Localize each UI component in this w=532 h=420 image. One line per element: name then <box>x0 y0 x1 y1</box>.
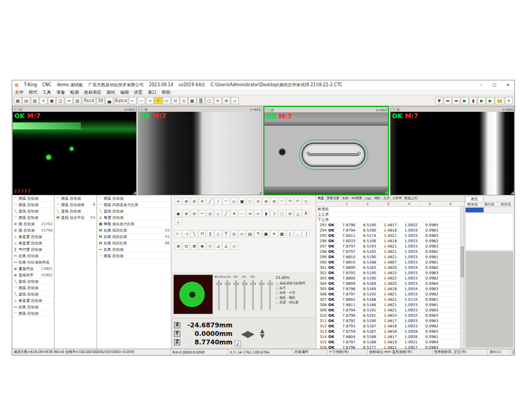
tool-icon[interactable]: ↶ <box>294 197 302 205</box>
table-row[interactable]: 306OK7.87978.51921.48211.09330.0982 <box>317 292 464 297</box>
table-row[interactable]: 310OK7.87968.51911.48241.09320.0983 <box>317 313 464 318</box>
light-option[interactable]: ○亮度 · 对比度 <box>276 300 314 305</box>
tool-icon[interactable]: ⌞ <box>294 230 302 237</box>
list-item[interactable]: ╲直线自动测 <box>97 208 171 215</box>
camera-pin-icon[interactable]: ▪ <box>396 108 400 111</box>
tool-icon[interactable]: ○ <box>246 197 254 205</box>
menu-item[interactable]: 检测 <box>68 89 81 95</box>
list-item[interactable]: ⊥垂直度自动测 <box>12 234 54 240</box>
tool-icon[interactable]: ╱ <box>206 197 214 205</box>
list-item[interactable]: ⊕圆自动测15702 <box>12 221 54 227</box>
tool-icon[interactable]: ⊖ <box>190 210 198 217</box>
tool-icon[interactable]: ⊘ <box>190 197 198 205</box>
toolbar-button[interactable]: ⊞ <box>222 97 230 104</box>
tool-icon[interactable]: ▭ <box>230 197 238 205</box>
tool-icon[interactable]: ∥ <box>206 230 214 237</box>
light-slider[interactable]: 0% <box>250 275 256 310</box>
z-axis-icon[interactable]: Z <box>174 339 180 345</box>
toolbar-button[interactable]: ▩ <box>188 97 196 104</box>
resize-grip-icon[interactable]: ◢ <box>133 190 136 195</box>
list-item[interactable]: ◠圆弧自动测 <box>97 195 171 202</box>
tool-icon[interactable]: ⊿ <box>214 242 222 250</box>
camera-view-2[interactable]: ▾ ▪ 1=E02 OK M:7 ◢ <box>138 106 262 195</box>
camera-menu-icon[interactable]: ▾ <box>139 108 143 111</box>
tool-icon[interactable]: ◇ <box>206 242 214 250</box>
tool-icon[interactable]: ⊕ <box>182 197 190 205</box>
tool-icon[interactable]: ◠ <box>278 197 286 205</box>
radio-icon[interactable]: ○ <box>276 296 278 300</box>
table-row[interactable]: 296OK7.60338.51061.48181.09330.0982 <box>317 238 464 244</box>
toolbar-button[interactable]: ⊙ <box>180 97 188 104</box>
light-option[interactable]: ○倍率 · 十字 <box>276 291 314 295</box>
slider-thumb[interactable] <box>225 283 230 285</box>
camera-2-image[interactable]: OK M:7 ◢ <box>138 112 262 195</box>
tool-icon[interactable]: ╱ <box>222 210 230 217</box>
tool-icon[interactable]: ⊠ <box>190 242 198 250</box>
tool-icon[interactable]: ↷ <box>286 197 294 205</box>
tool-icon[interactable]: ○ <box>278 210 286 217</box>
list-item[interactable]: H直线组合作业54 <box>55 215 96 221</box>
camera-4-image[interactable]: OK M:7 ◢ <box>390 112 514 195</box>
toolbar-button[interactable]: ⚡ <box>154 97 162 104</box>
list-item[interactable]: ∥平行度自动测 <box>12 246 54 253</box>
light-slider[interactable]: 3% <box>241 275 247 310</box>
tool-icon[interactable]: + <box>174 197 182 205</box>
tool-icon[interactable]: ↰ <box>254 230 262 237</box>
tool-icon[interactable]: ⊓ <box>198 230 206 237</box>
table-row[interactable]: 297OK7.87978.51931.48211.09330.0983 <box>317 244 464 249</box>
tool-icon[interactable]: ⊃ <box>270 210 278 217</box>
table-tab[interactable]: 名称 <box>341 195 350 201</box>
toolbar-button[interactable]: ▣ <box>48 97 56 104</box>
table-scrollbar[interactable] <box>460 207 464 349</box>
camera-view-4[interactable]: ▾ ▪ 1=E04 OK M:7 ◢ <box>390 106 514 195</box>
tool-icon[interactable]: ◇ <box>302 197 310 205</box>
menu-item[interactable]: 工具 <box>40 89 54 95</box>
toolbar-button[interactable]: ▮▮ <box>495 97 504 104</box>
list-item[interactable]: ◠圆弧自动测 <box>12 202 54 208</box>
resize-grip-icon[interactable]: ◢ <box>511 190 514 195</box>
slider-thumb[interactable] <box>217 283 222 285</box>
menu-item[interactable]: 坐标系统 <box>81 89 104 95</box>
slider-thumb[interactable] <box>268 283 273 285</box>
list-item[interactable]: ╲直线自动测 <box>55 208 96 215</box>
list-item[interactable]: ╲直线自动测 <box>12 291 54 298</box>
tab-elements[interactable]: 图元 <box>466 196 484 202</box>
toolbar-button[interactable]: ▱ <box>231 97 239 104</box>
tool-icon[interactable]: ⊕ <box>262 197 270 205</box>
tool-icon[interactable]: ◉ <box>174 210 182 217</box>
toolbar-button[interactable]: ✳ <box>505 97 513 104</box>
tool-icon[interactable]: ╲ <box>190 230 198 237</box>
list-item[interactable]: e直线补齐15902 <box>12 272 54 278</box>
toolbar-button[interactable]: 50 <box>96 97 105 104</box>
toolbar-button[interactable]: ▦ <box>14 97 22 104</box>
slider-thumb[interactable] <box>242 283 247 285</box>
table-row[interactable]: 294OK7.87948.51901.48181.09330.0983 <box>317 228 464 233</box>
toolbar-button[interactable]: ▶ <box>478 97 486 104</box>
toolbar-button[interactable]: ⊟ <box>171 97 179 104</box>
table-pre-row[interactable]: 上公差 <box>317 212 464 217</box>
table-row[interactable]: 295OK7.60118.51741.40211.09330.0983 <box>317 233 464 238</box>
list-item[interactable]: ◠圆弧自动测 <box>12 310 54 317</box>
tool-icon[interactable]: ◈ <box>198 242 206 250</box>
list-item[interactable]: ◠圆弧自动测 <box>97 253 171 259</box>
list-item[interactable]: ╲直线自动测 <box>12 278 54 285</box>
tool-icon[interactable]: ✕ <box>230 210 238 217</box>
tool-icon[interactable]: ≡ <box>246 210 254 217</box>
tool-icon[interactable]: ◎ <box>206 210 214 217</box>
list-item[interactable]: H距离线段距离66 <box>97 240 171 246</box>
list-item[interactable]: ↔距离自动测 <box>12 253 54 259</box>
table-row[interactable]: 308OK7.88118.51881.48211.09330.0981 <box>317 302 464 308</box>
camera-1-image[interactable]: OK M:7 FFFFF ◢ <box>13 112 136 195</box>
list-item[interactable]: H距离线段距离55 <box>97 227 171 234</box>
tool-icon[interactable]: ∠ <box>222 242 230 250</box>
list-item[interactable]: ↔距离自动测 <box>12 304 54 310</box>
tool-icon[interactable]: ~ <box>198 210 206 217</box>
tool-icon[interactable]: △ <box>294 210 302 217</box>
tool-icon[interactable]: ▦ <box>278 230 286 237</box>
toolbar-button[interactable]: ≡ <box>65 97 73 104</box>
tool-icon[interactable]: ⊙ <box>254 197 262 205</box>
toolbar-button[interactable]: Batce <box>114 97 128 104</box>
light-option[interactable]: □鼠标滚轮当前模式 <box>276 281 314 286</box>
table-tab[interactable]: 状态 <box>317 195 326 201</box>
list-item[interactable]: ⊥垂直度自动测 <box>12 298 54 304</box>
